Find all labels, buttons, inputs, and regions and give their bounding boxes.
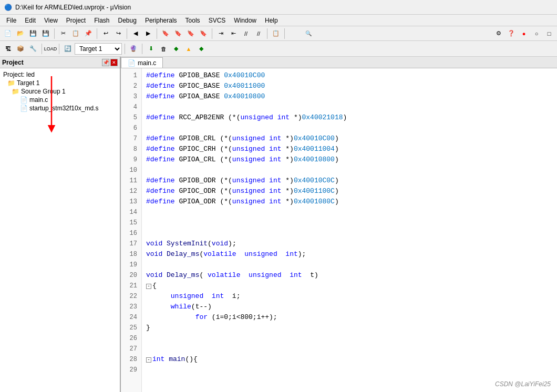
- components-button[interactable]: 🔧: [27, 43, 39, 55]
- menu-debug[interactable]: Debug: [114, 16, 141, 25]
- build-log-button[interactable]: 📋: [270, 28, 282, 39]
- target-item[interactable]: 📁 Target 1: [6, 79, 118, 87]
- sep1: [54, 28, 55, 39]
- panel-pin-button[interactable]: 📌: [102, 59, 109, 66]
- run-button[interactable]: ●: [518, 28, 530, 39]
- startup-file-item[interactable]: 📄 startup_stm32f10x_md.s: [19, 104, 118, 112]
- menu-svcs[interactable]: SVCS: [204, 16, 230, 25]
- save-button[interactable]: 💾: [27, 28, 39, 39]
- update-button[interactable]: 🔄: [62, 43, 74, 55]
- search-button[interactable]: 🔍: [287, 28, 329, 39]
- diamond2-button[interactable]: ◆: [195, 43, 207, 55]
- panel-controls: 📌 ✕: [102, 59, 118, 66]
- startup-label: startup_stm32f10x_md.s: [29, 105, 98, 112]
- undo-button[interactable]: ↩: [100, 28, 111, 39]
- menu-view[interactable]: View: [40, 16, 62, 25]
- toolbar-build: 🏗 📦 🔧 LOAD 🔄 Target 1 🔮 ⬇ 🗑 ◆ ▲ ◆: [0, 41, 557, 57]
- target-label: Target 1: [17, 79, 39, 87]
- menu-flash[interactable]: Flash: [90, 16, 114, 25]
- open-file-button[interactable]: 📂: [15, 28, 26, 39]
- menu-file[interactable]: File: [2, 16, 20, 25]
- bookmark4-button[interactable]: 🔖: [198, 28, 209, 39]
- source-group-label: Source Group 1: [21, 88, 66, 95]
- sep6: [267, 28, 267, 39]
- sep8: [42, 44, 42, 54]
- mainc-label: main.c: [29, 96, 48, 104]
- title-text: D:\Keil for ARM\LED\led.uvprojx - µVisio…: [15, 4, 131, 11]
- code-area[interactable]: 12345 678910 1112131415 1617181920 21222…: [121, 68, 557, 392]
- wizard-button[interactable]: 🔮: [128, 43, 139, 55]
- toolbar-main: 📄 📂 💾 💾 ✂ 📋 📌 ↩ ↪ ◀ ▶ 🔖 🔖 🔖 🔖 ⇥ ⇤ // // …: [0, 26, 557, 41]
- uncomment-button[interactable]: //: [253, 28, 264, 39]
- tab-file-icon: 📄: [128, 59, 136, 67]
- redo-button[interactable]: ↪: [112, 28, 124, 39]
- target-options-button[interactable]: 🏗: [2, 43, 14, 55]
- folder-icon: 📁: [7, 79, 15, 87]
- manage-button[interactable]: 📦: [15, 43, 26, 55]
- bookmark3-button[interactable]: 🔖: [185, 28, 197, 39]
- source-group-item[interactable]: 📁 Source Group 1: [11, 87, 118, 96]
- cut-button[interactable]: ✂: [57, 28, 69, 39]
- project-panel-title: Project: [2, 59, 24, 66]
- project-panel-header: Project 📌 ✕: [0, 57, 120, 68]
- titlebar: 🔵 D:\Keil for ARM\LED\led.uvprojx - µVis…: [0, 0, 557, 15]
- tab-mainc[interactable]: 📄 main.c: [121, 57, 163, 68]
- tab-mainc-label: main.c: [138, 59, 156, 67]
- sep11: [142, 44, 142, 54]
- stop-button[interactable]: □: [543, 28, 555, 39]
- help2-button[interactable]: ❓: [506, 28, 517, 39]
- save-all-button[interactable]: 💾: [40, 28, 51, 39]
- menubar: File Edit View Project Flash Debug Perip…: [0, 15, 557, 26]
- sep5: [212, 28, 212, 39]
- project-panel: Project 📌 ✕ Project: led 📁 Target 1 📁 So…: [0, 57, 121, 392]
- project-name-text: Project: led: [3, 71, 35, 78]
- bookmark2-button[interactable]: 🔖: [172, 28, 184, 39]
- copy-button[interactable]: 📋: [70, 28, 81, 39]
- app-icon: 🔵: [4, 4, 12, 11]
- sep10: [125, 44, 125, 54]
- menu-peripherals[interactable]: Peripherals: [141, 16, 181, 25]
- watermark: CSDN @LaiYiFei25: [495, 380, 551, 388]
- sep7: [284, 28, 285, 39]
- erase-button[interactable]: 🗑: [158, 43, 169, 55]
- file2-icon: 📄: [20, 105, 28, 112]
- menu-help[interactable]: Help: [261, 16, 282, 25]
- line-numbers: 12345 678910 1112131415 1617181920 21222…: [121, 68, 142, 392]
- download-button[interactable]: ⬇: [145, 43, 157, 55]
- menu-tools[interactable]: Tools: [181, 16, 204, 25]
- panel-close-button[interactable]: ✕: [110, 59, 118, 66]
- code-content[interactable]: #define GPIOB_BASE 0x40010C00 #define GP…: [142, 68, 557, 392]
- sep4: [157, 28, 157, 39]
- main-area: Project 📌 ✕ Project: led 📁 Target 1 📁 So…: [0, 57, 557, 392]
- sep3: [127, 28, 127, 39]
- menu-edit[interactable]: Edit: [20, 16, 40, 25]
- diamond-green-button[interactable]: ◆: [170, 43, 182, 55]
- folder2-icon: 📁: [12, 88, 19, 95]
- editor-area: 📄 main.c 12345 678910 1112131415 1617181…: [121, 57, 557, 392]
- comment-button[interactable]: //: [240, 28, 252, 39]
- menu-window[interactable]: Window: [230, 16, 261, 25]
- paste-button[interactable]: 📌: [82, 28, 94, 39]
- project-tree: Project: led 📁 Target 1 📁 Source Group 1…: [0, 68, 120, 392]
- sep9: [59, 44, 59, 54]
- sep2: [97, 28, 97, 39]
- project-label: Project: led: [2, 70, 118, 79]
- file-icon: 📄: [20, 96, 28, 104]
- editor-tabs: 📄 main.c: [121, 57, 557, 68]
- nav-back-button[interactable]: ◀: [130, 28, 141, 39]
- arrow-up-button[interactable]: ▲: [183, 43, 194, 55]
- nav-fwd-button[interactable]: ▶: [142, 28, 154, 39]
- new-file-button[interactable]: 📄: [2, 28, 14, 39]
- bookmark-button[interactable]: 🔖: [160, 28, 171, 39]
- mainc-file-item[interactable]: 📄 main.c: [19, 96, 118, 104]
- indent-button[interactable]: ⇥: [215, 28, 226, 39]
- pause-button[interactable]: ○: [531, 28, 542, 39]
- target-select[interactable]: Target 1: [75, 43, 122, 55]
- unindent-button[interactable]: ⇤: [228, 28, 239, 39]
- menu-project[interactable]: Project: [62, 16, 90, 25]
- load-button[interactable]: LOAD: [45, 43, 56, 55]
- config-button[interactable]: ⚙: [493, 28, 504, 39]
